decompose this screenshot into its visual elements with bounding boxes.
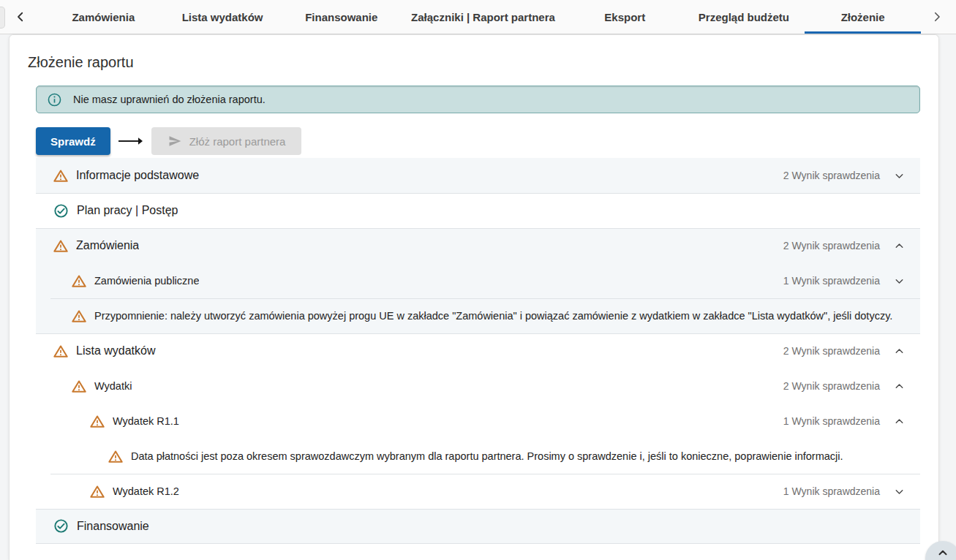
row-label: Wydatki: [94, 380, 132, 392]
row-right: 2 Wynik sprawdzenia: [783, 380, 920, 393]
check-row-wydatki[interactable]: Wydatki 2 Wynik sprawdzenia: [36, 368, 920, 404]
chevron-toggle-icon[interactable]: [893, 240, 906, 252]
tab-bar: ZamówieniaLista wydatkówFinansowanieZałą…: [0, 0, 956, 34]
warning-icon: [72, 379, 86, 393]
page-title: Złożenie raportu: [28, 54, 938, 71]
check-message-przypomnienie-message: Przypomnienie: należy utworzyć zamówieni…: [36, 298, 920, 333]
check-row-informacje-podstawowe[interactable]: Informacje podstawowe 2 Wynik sprawdzeni…: [36, 158, 920, 193]
row-label: Data płatności jest poza okresem sprawoz…: [131, 450, 843, 462]
tabs-scroll-left-button[interactable]: [6, 0, 35, 34]
chevron-toggle-icon[interactable]: [893, 415, 906, 428]
tab-label: Złożenie: [841, 11, 885, 23]
tab-label: Załączniki | Raport partnera: [411, 11, 555, 23]
row-right: 2 Wynik sprawdzenia: [783, 170, 920, 182]
row-right: 1 Wynik sprawdzenia: [783, 275, 920, 287]
check-row-wydatek-r1-1[interactable]: Wydatek R1.1 1 Wynik sprawdzenia: [36, 404, 920, 439]
submit-report-label: Złóż raport partnera: [189, 135, 286, 148]
row-label: Informacje podstawowe: [76, 169, 199, 182]
row-left: Data płatności jest poza okresem sprawoz…: [36, 450, 843, 463]
row-label: Wydatek R1.2: [113, 485, 179, 497]
row-left: Wydatek R1.2: [36, 485, 179, 499]
row-left: Informacje podstawowe: [36, 169, 199, 183]
row-label: Lista wydatków: [76, 344, 156, 357]
check-row-zamowienia[interactable]: Zamówienia 2 Wynik sprawdzenia: [36, 228, 920, 263]
chevron-up-icon: [936, 546, 949, 559]
verification-result-count: 2 Wynik sprawdzenia: [783, 240, 880, 251]
chevron-left-icon: [14, 10, 27, 23]
warning-icon: [53, 239, 68, 253]
tab-label: Lista wydatków: [182, 11, 263, 23]
actions-row: Sprawdź Złóż raport partnera: [36, 127, 920, 155]
row-left: Finansowanie: [36, 518, 149, 534]
tab-label: Przegląd budżetu: [699, 11, 789, 23]
row-left: Przypomnienie: należy utworzyć zamówieni…: [36, 309, 892, 323]
row-right: 1 Wynik sprawdzenia: [783, 415, 920, 428]
warning-icon: [108, 450, 123, 463]
tab-złożenie[interactable]: Złożenie: [803, 0, 922, 34]
check-circle-icon: [53, 518, 69, 534]
tab-list: ZamówieniaLista wydatkówFinansowanieZałą…: [44, 0, 922, 34]
check-message-data-platnosci-message: Data płatności jest poza okresem sprawoz…: [36, 439, 920, 474]
info-icon: [47, 92, 62, 107]
tab-label: Eksport: [604, 11, 645, 23]
tab-finansowanie[interactable]: Finansowanie: [282, 0, 401, 34]
row-label: Plan pracy | Postęp: [77, 204, 178, 217]
row-left: Wydatek R1.1: [36, 415, 179, 428]
row-left: Lista wydatków: [36, 344, 156, 358]
chevron-toggle-icon[interactable]: [893, 170, 906, 182]
row-label: Wydatek R1.1: [113, 415, 179, 427]
arrow-right-icon: [117, 135, 145, 147]
tab-załączniki-raport-partnera[interactable]: Załączniki | Raport partnera: [401, 0, 565, 34]
check-report-button[interactable]: Sprawdź: [36, 127, 110, 155]
verification-result-count: 2 Wynik sprawdzenia: [783, 170, 880, 181]
verification-result-count: 1 Wynik sprawdzenia: [783, 275, 880, 287]
tabs-scroll-right-button[interactable]: [922, 0, 952, 34]
chevron-right-icon: [930, 10, 944, 23]
row-right: 1 Wynik sprawdzenia: [783, 485, 920, 498]
check-row-finansowanie[interactable]: Finansowanie: [36, 509, 920, 544]
info-banner-text: Nie masz uprawnień do złożenia raportu.: [73, 94, 266, 105]
row-left: Zamówienia: [36, 239, 139, 253]
row-left: Zamówienia publiczne: [36, 274, 199, 288]
pre-submission-checklist: Informacje podstawowe 2 Wynik sprawdzeni…: [36, 158, 920, 544]
row-left: Wydatki: [36, 379, 132, 393]
verification-result-count: 2 Wynik sprawdzenia: [783, 380, 880, 392]
warning-icon: [53, 344, 68, 358]
warning-icon: [53, 169, 68, 183]
row-label: Zamówienia publiczne: [94, 275, 199, 287]
row-label: Finansowanie: [77, 520, 149, 533]
tab-label: Finansowanie: [305, 11, 377, 23]
check-circle-icon: [53, 203, 69, 219]
verification-result-count: 2 Wynik sprawdzenia: [783, 345, 880, 357]
row-label: Zamówienia: [76, 239, 139, 252]
warning-icon: [90, 415, 105, 428]
row-left: Plan pracy | Postęp: [36, 203, 178, 219]
send-icon: [168, 134, 182, 148]
chevron-toggle-icon[interactable]: [893, 485, 906, 498]
verification-result-count: 1 Wynik sprawdzenia: [783, 415, 880, 427]
tab-zamówienia[interactable]: Zamówienia: [44, 0, 163, 34]
tab-lista-wydatków[interactable]: Lista wydatków: [163, 0, 282, 34]
verification-result-count: 1 Wynik sprawdzenia: [783, 485, 880, 497]
row-label: Przypomnienie: należy utworzyć zamówieni…: [94, 310, 892, 322]
chevron-toggle-icon[interactable]: [893, 380, 906, 393]
row-right: 2 Wynik sprawdzenia: [783, 345, 920, 357]
tab-eksport[interactable]: Eksport: [565, 0, 685, 34]
warning-icon: [90, 485, 105, 499]
submit-report-button: Złóż raport partnera: [151, 127, 302, 155]
scrolled-tab-partial: [0, 7, 5, 29]
warning-icon: [72, 309, 86, 323]
warning-icon: [72, 274, 86, 288]
report-submission-panel: Złożenie raportu Nie masz uprawnień do z…: [9, 34, 939, 560]
row-right: 2 Wynik sprawdzenia: [783, 240, 920, 252]
check-row-plan-pracy-postep[interactable]: Plan pracy | Postęp: [36, 193, 920, 228]
chevron-toggle-icon[interactable]: [893, 345, 906, 357]
chevron-toggle-icon[interactable]: [893, 275, 906, 287]
check-row-lista-wydatkow[interactable]: Lista wydatków 2 Wynik sprawdzenia: [36, 333, 920, 368]
check-row-zamowienia-publiczne[interactable]: Zamówienia publiczne 1 Wynik sprawdzenia: [36, 263, 920, 298]
tab-przegląd-budżetu[interactable]: Przegląd budżetu: [685, 0, 804, 34]
info-banner: Nie masz uprawnień do złożenia raportu.: [36, 86, 920, 113]
tab-label: Zamówienia: [72, 11, 135, 23]
check-row-wydatek-r1-2[interactable]: Wydatek R1.2 1 Wynik sprawdzenia: [36, 474, 920, 509]
